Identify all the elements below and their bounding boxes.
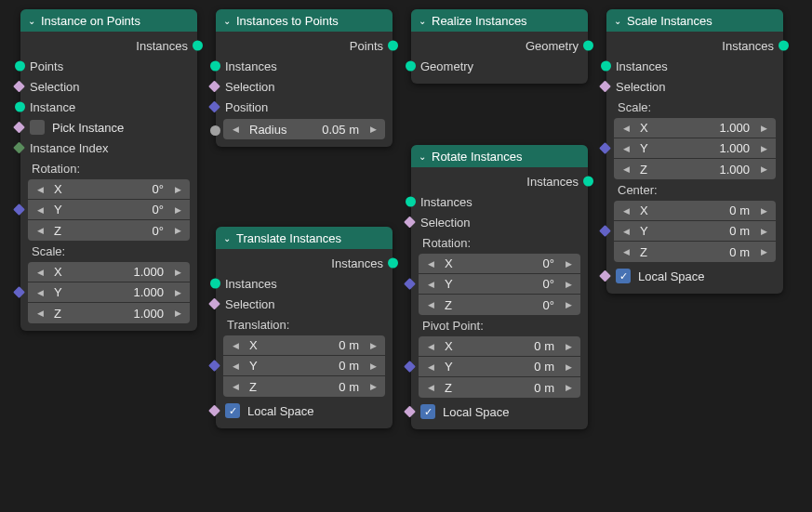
socket-in-bool[interactable] — [404, 217, 416, 229]
arrow-left-icon[interactable]: ◀ — [618, 159, 634, 179]
arrow-left-icon[interactable]: ◀ — [618, 201, 634, 220]
input-local-space[interactable]: Local Space — [411, 401, 588, 422]
socket-out-geom[interactable] — [583, 41, 593, 51]
field-center-y[interactable]: ◀Y0 m▶ — [614, 221, 776, 242]
arrow-left-icon[interactable]: ◀ — [227, 119, 244, 139]
arrow-left-icon[interactable]: ◀ — [32, 303, 48, 323]
field-translation-y[interactable]: ◀Y0 m▶ — [223, 356, 385, 376]
field-rotation-y[interactable]: ◀Y0°▶ — [419, 274, 580, 295]
arrow-right-icon[interactable]: ▶ — [560, 336, 577, 356]
arrow-right-icon[interactable]: ▶ — [365, 376, 381, 397]
node-header[interactable]: ⌄ Realize Instances — [411, 9, 588, 32]
arrow-left-icon[interactable]: ◀ — [32, 262, 48, 282]
socket-in-bool[interactable] — [208, 298, 220, 310]
arrow-right-icon[interactable]: ▶ — [169, 200, 186, 219]
socket-in-bool[interactable] — [599, 270, 611, 282]
arrow-right-icon[interactable]: ▶ — [755, 221, 772, 241]
arrow-left-icon[interactable]: ◀ — [422, 295, 439, 315]
socket-in-vec[interactable] — [404, 278, 416, 290]
arrow-right-icon[interactable]: ▶ — [365, 356, 381, 375]
field-pivot-x[interactable]: ◀X0 m▶ — [419, 336, 580, 357]
socket-out-geom[interactable] — [193, 41, 203, 51]
socket-in-bool[interactable] — [13, 122, 25, 134]
arrow-left-icon[interactable]: ◀ — [227, 376, 244, 397]
field-rotation-x[interactable]: ◀X0°▶ — [28, 179, 190, 200]
socket-in-geom[interactable] — [210, 279, 220, 289]
field-scale-x[interactable]: ◀X1.000▶ — [28, 262, 190, 282]
socket-in-vec[interactable] — [208, 360, 220, 372]
arrow-right-icon[interactable]: ▶ — [560, 295, 577, 315]
arrow-left-icon[interactable]: ◀ — [227, 335, 244, 355]
arrow-left-icon[interactable]: ◀ — [422, 336, 439, 356]
socket-out-geom[interactable] — [388, 41, 398, 51]
socket-in-bool[interactable] — [208, 405, 220, 417]
arrow-left-icon[interactable]: ◀ — [618, 118, 634, 138]
arrow-right-icon[interactable]: ▶ — [169, 220, 186, 241]
node-instances-to-points[interactable]: ⌄ Instances to Points Points Instances S… — [216, 9, 393, 147]
node-header[interactable]: ⌄ Instances to Points — [216, 9, 393, 32]
field-scale-z[interactable]: ◀Z1.000▶ — [614, 159, 776, 179]
socket-out-geom[interactable] — [779, 41, 789, 51]
field-scale-y[interactable]: ◀Y1.000▶ — [28, 282, 190, 303]
node-header[interactable]: ⌄ Scale Instances — [606, 9, 783, 32]
field-rotation-z[interactable]: ◀Z0°▶ — [419, 295, 580, 315]
arrow-right-icon[interactable]: ▶ — [755, 242, 772, 262]
arrow-left-icon[interactable]: ◀ — [422, 377, 439, 398]
arrow-right-icon[interactable]: ▶ — [169, 282, 186, 302]
field-center-x[interactable]: ◀X0 m▶ — [614, 201, 776, 221]
arrow-left-icon[interactable]: ◀ — [618, 242, 634, 262]
node-header[interactable]: ⌄ Rotate Instances — [411, 145, 588, 167]
arrow-left-icon[interactable]: ◀ — [32, 200, 48, 219]
field-rotation-z[interactable]: ◀Z0°▶ — [28, 220, 190, 241]
arrow-right-icon[interactable]: ▶ — [169, 179, 186, 199]
input-pick-instance[interactable]: Pick Instance — [20, 117, 197, 138]
node-scale-instances[interactable]: ⌄ Scale Instances Instances Instances Se… — [606, 9, 783, 294]
socket-in-bool[interactable] — [208, 81, 220, 93]
arrow-right-icon[interactable]: ▶ — [365, 335, 381, 355]
arrow-left-icon[interactable]: ◀ — [422, 274, 439, 294]
socket-in-vec[interactable] — [599, 225, 611, 237]
socket-in-int[interactable] — [13, 142, 25, 154]
arrow-left-icon[interactable]: ◀ — [422, 254, 439, 273]
field-translation-x[interactable]: ◀X0 m▶ — [223, 335, 385, 356]
arrow-left-icon[interactable]: ◀ — [32, 220, 48, 241]
input-local-space[interactable]: Local Space — [606, 266, 783, 286]
arrow-left-icon[interactable]: ◀ — [227, 356, 244, 375]
arrow-left-icon[interactable]: ◀ — [32, 179, 48, 199]
arrow-right-icon[interactable]: ▶ — [365, 119, 381, 139]
arrow-right-icon[interactable]: ▶ — [560, 357, 577, 376]
socket-in-geom[interactable] — [601, 61, 611, 72]
socket-in-float[interactable] — [210, 125, 220, 136]
socket-in-geom[interactable] — [406, 61, 416, 72]
arrow-right-icon[interactable]: ▶ — [560, 274, 577, 294]
socket-in-vec[interactable] — [599, 142, 611, 154]
field-rotation-y[interactable]: ◀Y0°▶ — [28, 200, 190, 220]
arrow-right-icon[interactable]: ▶ — [560, 377, 577, 398]
field-translation-z[interactable]: ◀Z0 m▶ — [223, 376, 385, 397]
field-pivot-y[interactable]: ◀Y0 m▶ — [419, 357, 580, 377]
arrow-right-icon[interactable]: ▶ — [755, 138, 772, 158]
field-scale-x[interactable]: ◀X1.000▶ — [614, 118, 776, 138]
node-header[interactable]: ⌄ Instance on Points — [20, 9, 197, 32]
socket-out-geom[interactable] — [583, 177, 593, 187]
arrow-right-icon[interactable]: ▶ — [755, 118, 772, 138]
socket-in-vec[interactable] — [208, 101, 220, 113]
checkbox-local-space[interactable] — [420, 404, 435, 419]
field-scale-z[interactable]: ◀Z1.000▶ — [28, 303, 190, 323]
socket-in-geom[interactable] — [15, 61, 25, 72]
field-radius[interactable]: ◀Radius0.05 m▶ — [223, 119, 385, 139]
node-rotate-instances[interactable]: ⌄ Rotate Instances Instances Instances S… — [411, 145, 588, 429]
socket-in-vec[interactable] — [13, 286, 25, 298]
arrow-left-icon[interactable]: ◀ — [422, 357, 439, 376]
input-local-space[interactable]: Local Space — [216, 400, 393, 421]
checkbox-pick-instance[interactable] — [30, 120, 45, 135]
field-pivot-z[interactable]: ◀Z0 m▶ — [419, 377, 580, 398]
node-translate-instances[interactable]: ⌄ Translate Instances Instances Instance… — [216, 227, 393, 428]
socket-in-geom[interactable] — [15, 102, 25, 112]
arrow-right-icon[interactable]: ▶ — [755, 201, 772, 220]
arrow-right-icon[interactable]: ▶ — [169, 262, 186, 282]
socket-in-bool[interactable] — [599, 81, 611, 93]
checkbox-local-space[interactable] — [616, 269, 631, 283]
node-realize-instances[interactable]: ⌄ Realize Instances Geometry Geometry — [411, 9, 588, 84]
arrow-left-icon[interactable]: ◀ — [32, 282, 48, 302]
